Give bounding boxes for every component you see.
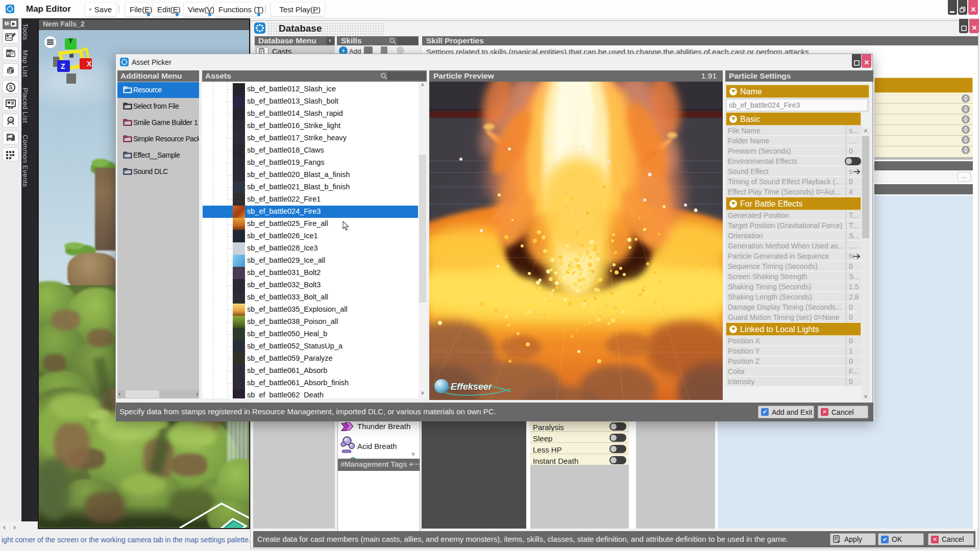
- svg-text:R: R: [7, 51, 10, 56]
- svg-text:X: X: [87, 60, 92, 68]
- svg-text:Q: Q: [9, 118, 12, 122]
- svg-text:S: S: [9, 84, 12, 90]
- svg-text:D: D: [8, 69, 11, 74]
- svg-text:Y: Y: [68, 37, 73, 44]
- svg-text:Z: Z: [61, 62, 65, 70]
